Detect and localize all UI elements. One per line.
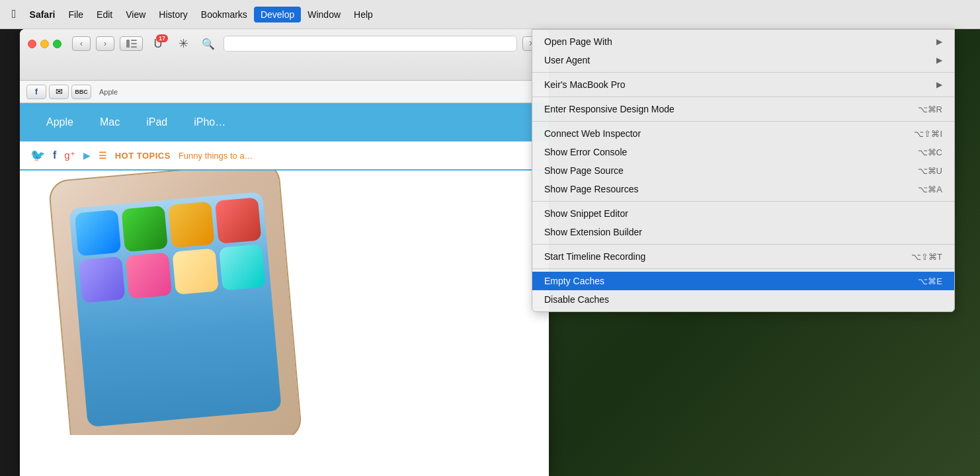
separator-3 <box>532 121 954 122</box>
menu-item-show-error-console[interactable]: Show Error Console ⌥⌘C <box>532 143 954 161</box>
separator-2 <box>532 97 954 97</box>
sidebar-toggle-button[interactable] <box>120 36 143 51</box>
forward-button[interactable]: › <box>96 36 114 51</box>
view-menu-item[interactable]: View <box>119 7 152 22</box>
extensions-badge: 17 <box>156 34 168 42</box>
separator-1 <box>532 72 954 73</box>
menu-item-enter-responsive-design-mode[interactable]: Enter Responsive Design Mode ⌥⌘R <box>532 100 954 118</box>
menu-item-connect-web-inspector[interactable]: Connect Web Inspector ⌥⇧⌘I <box>532 124 954 143</box>
extensions-button[interactable]: Ü 17 <box>148 34 168 53</box>
menu-item-show-page-resources[interactable]: Show Page Resources ⌥⌘A <box>532 180 954 198</box>
hot-topics-bar: 🐦 f g⁺ ▶ ☰ HOT TOPICS Funny things to a… <box>20 141 549 171</box>
rss-icon: ☰ <box>99 150 107 161</box>
minimize-window-button[interactable] <box>40 40 49 48</box>
menu-item-show-snippet-editor[interactable]: Show Snippet Editor <box>532 204 954 223</box>
separator-4 <box>532 201 954 202</box>
safari-menu-item[interactable]: Safari <box>23 7 62 22</box>
app-icon-3 <box>168 201 214 247</box>
app-icon-1 <box>75 210 121 256</box>
phone-image <box>48 171 302 435</box>
phone-screen <box>69 191 282 427</box>
facebook-icon: f <box>53 149 56 161</box>
browser-window: ‹ › Ü 17 ✳ 🔍 ✕ <box>20 29 549 476</box>
bookmark-facebook[interactable]: f <box>26 85 46 99</box>
edit-menu-item[interactable]: Edit <box>90 7 119 22</box>
menu-item-open-page-with[interactable]: Open Page With ▶ <box>532 32 954 51</box>
menu-item-show-page-source[interactable]: Show Page Source ⌥⌘U <box>532 161 954 180</box>
app-icon-2 <box>121 205 167 251</box>
svg-rect-2 <box>131 43 137 44</box>
play-icon: ▶ <box>83 150 91 161</box>
svg-rect-0 <box>126 40 130 48</box>
separator-6 <box>532 268 954 269</box>
menu-item-start-timeline-recording[interactable]: Start Timeline Recording ⌥⇧⌘T <box>532 247 954 266</box>
menu-item-disable-caches[interactable]: Disable Caches <box>532 290 954 309</box>
hot-topics-label: HOT TOPICS <box>115 151 171 161</box>
nav-iphone[interactable]: iPho… <box>194 116 225 128</box>
svg-rect-3 <box>131 46 137 48</box>
site-navigation: Apple Mac iPad iPho… <box>20 103 549 141</box>
bookmark-bbc[interactable]: BBC <box>71 85 91 99</box>
pinwheel-button[interactable]: ✳ <box>173 34 193 53</box>
traffic-lights <box>28 40 61 48</box>
website-content: Apple Mac iPad iPho… 🐦 f g⁺ ▶ ☰ HOT TOPI… <box>20 103 549 435</box>
menu-item-user-agent[interactable]: User Agent ▶ <box>532 51 954 69</box>
nav-mac[interactable]: Mac <box>100 116 120 128</box>
app-icon-5 <box>79 256 125 302</box>
file-menu-item[interactable]: File <box>62 7 91 22</box>
browser-chrome: ‹ › Ü 17 ✳ 🔍 ✕ <box>20 29 549 81</box>
app-icon-6 <box>126 252 172 298</box>
separator-5 <box>532 244 954 245</box>
google-plus-icon: g⁺ <box>64 149 75 161</box>
nav-ipad[interactable]: iPad <box>146 116 167 128</box>
window-menu-item[interactable]: Window <box>301 7 347 22</box>
hot-topic-text: Funny things to a… <box>179 151 253 161</box>
nav-apple[interactable]: Apple <box>46 116 73 128</box>
back-button[interactable]: ‹ <box>72 36 91 51</box>
address-bar[interactable] <box>224 36 517 52</box>
menu-item-empty-caches[interactable]: Empty Caches ⌥⌘E <box>532 272 954 290</box>
help-menu-item[interactable]: Help <box>347 7 380 22</box>
search-button[interactable]: 🔍 <box>198 34 218 53</box>
history-menu-item[interactable]: History <box>152 7 194 22</box>
svg-rect-1 <box>131 40 137 41</box>
bookmark-mail[interactable]: ✉ <box>49 85 69 99</box>
develop-dropdown-menu: Open Page With ▶ User Agent ▶ Keir's Mac… <box>532 29 955 312</box>
apple-menu-item[interactable]:  <box>5 6 23 22</box>
menu-item-show-extension-builder[interactable]: Show Extension Builder <box>532 223 954 241</box>
bookmarks-bar: f ✉ BBC Apple <box>20 81 549 103</box>
browser-titlebar: ‹ › Ü 17 ✳ 🔍 ✕ <box>20 29 549 58</box>
close-window-button[interactable] <box>28 40 36 48</box>
app-icon-7 <box>172 248 218 294</box>
app-icon-4 <box>215 197 261 243</box>
menubar:  Safari File Edit View History Bookmark… <box>0 0 980 29</box>
website-body <box>20 171 549 435</box>
app-icon-8 <box>219 244 265 290</box>
twitter-icon: 🐦 <box>30 148 45 163</box>
menu-item-keirs-macbook-pro[interactable]: Keir's MacBook Pro ▶ <box>532 75 954 94</box>
maximize-window-button[interactable] <box>53 40 61 48</box>
bookmark-apple-label: Apple <box>94 87 123 97</box>
bookmarks-menu-item[interactable]: Bookmarks <box>194 7 254 22</box>
develop-menu-item[interactable]: Develop <box>254 7 301 22</box>
